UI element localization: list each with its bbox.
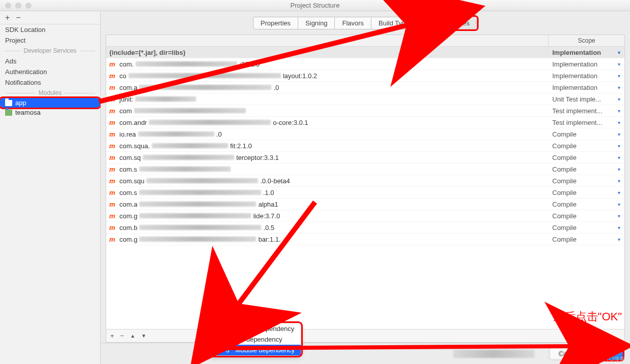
sidebar-item-project[interactable]: Project [0, 35, 100, 46]
sidebar-item-notifications[interactable]: Notifications [0, 77, 100, 88]
chevron-down-icon[interactable]: ▾ [618, 96, 620, 102]
window-title: Project Structure [0, 2, 630, 9]
maven-icon: m [109, 130, 117, 138]
menu-item-module-dependency[interactable]: 3Module dependency [209, 345, 301, 355]
tab-dependencies[interactable]: Dependencies [420, 17, 477, 29]
maven-icon: m [109, 119, 117, 126]
table-row[interactable]: mcom.a.0Implementation▾ [106, 82, 624, 93]
tab-signing[interactable]: Signing [298, 17, 335, 29]
menu-item-library-dependency[interactable]: m1Library dependency [209, 323, 301, 334]
sidebar-item-auth[interactable]: Authentication [0, 67, 100, 77]
sidebar-module-teamosa[interactable]: teamosa [0, 108, 100, 117]
table-header: Scope [106, 35, 624, 47]
chevron-down-icon[interactable]: ▾ [618, 213, 620, 219]
remove-icon[interactable]: − [16, 13, 20, 22]
sidebar-sep-modules: Modules [0, 88, 100, 98]
col-scope: Scope [548, 35, 624, 46]
table-row[interactable]: mcom.s.1.0Compile▾ [106, 187, 624, 198]
panel-toolbar: + − ▲ ▼ [106, 329, 624, 342]
table-row[interactable]: mcom.andro-core:3.0.1Test implement...▾ [106, 117, 624, 128]
chevron-down-icon[interactable]: ▾ [618, 225, 620, 230]
cancel-button[interactable]: Cancel [549, 347, 589, 360]
chevron-down-icon[interactable]: ▾ [618, 73, 620, 79]
tab-flavors[interactable]: Flavors [334, 17, 371, 29]
chevron-down-icon[interactable]: ▾ [618, 167, 620, 172]
add-dependency-menu[interactable]: m1Library dependency2Jar dependency3Modu… [208, 323, 301, 356]
add-icon[interactable]: + [5, 13, 10, 22]
table-row[interactable]: mcomTest implement...▾ [106, 105, 624, 117]
maven-icon: m [109, 212, 117, 220]
sidebar-module-app[interactable]: app [0, 98, 100, 108]
move-down-icon[interactable]: ▼ [141, 333, 146, 339]
chevron-down-icon[interactable]: ▾ [618, 143, 620, 149]
maven-icon: m [109, 224, 117, 231]
chevron-down-icon[interactable]: ▾ [618, 120, 620, 125]
table-row[interactable]: mcom.squa.fit:2.1.0Compile▾ [106, 140, 624, 152]
maven-icon: m [109, 236, 117, 243]
maven-icon: m [109, 177, 117, 185]
table-row[interactable]: mcom.glide:3.7.0Compile▾ [106, 210, 624, 222]
maven-icon: m [213, 325, 221, 333]
table-row[interactable]: mio.rea.0Compile▾ [106, 128, 624, 140]
maven-icon: m [109, 142, 117, 150]
table-row[interactable]: {include=[*.jar], dir=libs}Implementatio… [106, 47, 624, 58]
chevron-down-icon[interactable]: ▾ [618, 237, 620, 242]
table-row[interactable]: mcolayout:1.0.2Implementation▾ [106, 70, 624, 82]
dialog-buttons: Cancel OK [101, 343, 630, 364]
remove-dependency-icon[interactable]: − [120, 332, 124, 340]
chevron-down-icon[interactable]: ▾ [618, 190, 620, 195]
dependencies-panel: Scope {include=[*.jar], dir=libs}Impleme… [106, 35, 625, 343]
tab-properties[interactable]: Properties [253, 17, 298, 29]
chevron-down-icon[interactable]: ▾ [618, 131, 620, 137]
sidebar: + − SDK Location Project Developer Servi… [0, 11, 101, 364]
menu-item-jar-dependency[interactable]: 2Jar dependency [209, 334, 301, 345]
obscured-area [453, 350, 534, 358]
dependencies-list[interactable]: {include=[*.jar], dir=libs}Implementatio… [106, 47, 624, 329]
table-row[interactable]: mcom.:26.1.0Implementation▾ [106, 58, 624, 70]
folder-icon [5, 100, 12, 106]
col-dep [106, 35, 548, 46]
table-row[interactable]: mcom.aalpha1Compile▾ [106, 198, 624, 210]
sidebar-item-ads[interactable]: Ads [0, 56, 100, 67]
table-row[interactable]: mcom.b.0.5Compile▾ [106, 222, 624, 234]
maven-icon: m [109, 60, 117, 68]
folder-icon [213, 337, 220, 343]
maven-icon: m [109, 189, 117, 196]
maven-icon: m [109, 107, 117, 115]
maven-icon: m [109, 201, 117, 208]
chevron-down-icon[interactable]: ▾ [618, 108, 620, 114]
move-up-icon[interactable]: ▲ [130, 333, 135, 339]
maven-icon: m [109, 95, 117, 103]
table-row[interactable]: mcom.sqterceptor:3.3.1Compile▾ [106, 152, 624, 163]
folder-icon [213, 347, 220, 353]
titlebar: Project Structure [0, 0, 630, 11]
chevron-down-icon[interactable]: ▾ [618, 202, 620, 207]
table-row[interactable]: mcom.sCompile▾ [106, 163, 624, 175]
tab-buildtypes[interactable]: Build Types [371, 17, 420, 29]
chevron-down-icon[interactable]: ▾ [618, 61, 620, 67]
add-dependency-icon[interactable]: + [110, 332, 114, 340]
chevron-down-icon[interactable]: ▾ [618, 155, 620, 160]
maven-icon: m [109, 72, 117, 80]
annotation-ok: 最后点击"OK" [553, 309, 622, 324]
table-row[interactable]: mcom.squ.0.0-beta4Compile▾ [106, 175, 624, 187]
sidebar-tree: SDK Location Project Developer Services … [0, 24, 100, 120]
chevron-down-icon[interactable]: ▾ [618, 85, 620, 90]
tabbar: Properties Signing Flavors Build Types D… [101, 11, 630, 29]
chevron-down-icon[interactable]: ▾ [618, 178, 620, 184]
table-row[interactable]: mjunit:Unit Test imple...▾ [106, 93, 624, 105]
sidebar-sep-devservices: Developer Services [0, 46, 100, 56]
maven-icon: m [109, 166, 117, 173]
maven-icon: m [109, 84, 117, 91]
module-label: teamosa [15, 109, 41, 116]
module-label: app [15, 99, 26, 107]
sidebar-item-sdk[interactable]: SDK Location [0, 24, 100, 35]
folder-icon [5, 110, 12, 116]
main-panel: Properties Signing Flavors Build Types D… [101, 11, 630, 364]
table-row[interactable]: mcom.gbar:1.1.Compile▾ [106, 234, 624, 245]
sidebar-toolbar: + − [0, 11, 100, 24]
watermark: @51CTO博客 [590, 355, 625, 363]
maven-icon: m [109, 154, 117, 161]
